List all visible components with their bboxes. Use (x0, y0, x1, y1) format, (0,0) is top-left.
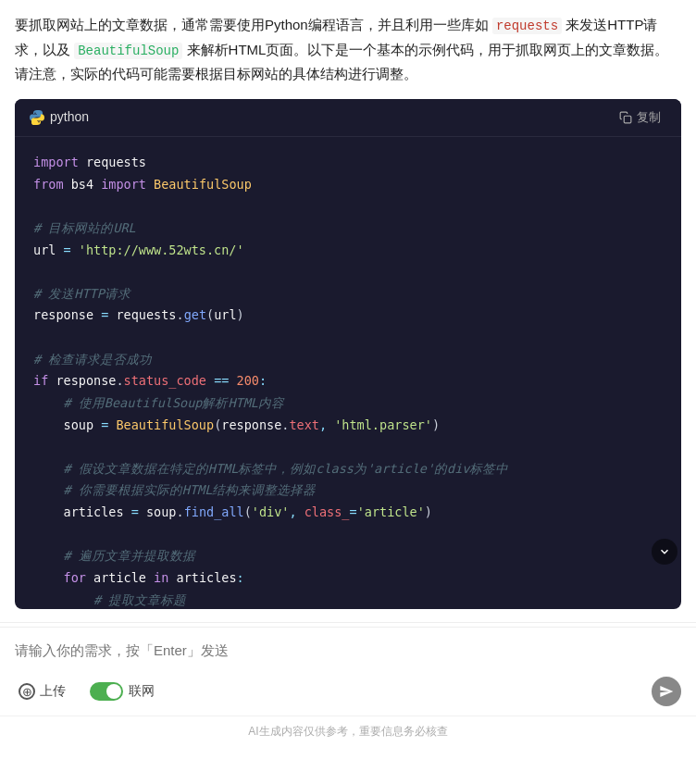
network-toggle-label[interactable]: 联网 (86, 677, 158, 706)
input-divider (0, 622, 696, 623)
chat-input[interactable] (15, 637, 681, 664)
network-label: 联网 (129, 680, 155, 703)
inline-code-bs4: BeautifulSoup (74, 43, 182, 59)
network-toggle-switch[interactable] (90, 682, 123, 701)
send-button[interactable] (652, 677, 681, 706)
upload-label: 上传 (40, 683, 66, 700)
upload-icon: ⊕ (19, 683, 35, 700)
code-body[interactable]: import requests from bs4 import Beautifu… (15, 137, 681, 609)
python-icon (30, 110, 44, 125)
copy-button[interactable]: 复制 (614, 107, 666, 128)
svg-rect-0 (624, 116, 631, 123)
toggle-slider (90, 682, 123, 701)
inline-code-requests: requests (492, 18, 562, 34)
footer: AI生成内容仅供参考，重要信息务必核查 (0, 716, 696, 750)
main-content: 要抓取网站上的文章数据，通常需要使用Python编程语言，并且利用一些库如 re… (0, 0, 696, 609)
footer-text: AI生成内容仅供参考，重要信息务必核查 (248, 725, 447, 738)
code-block-lang: python (30, 106, 89, 129)
page-wrapper: 要抓取网站上的文章数据，通常需要使用Python编程语言，并且利用一些库如 re… (0, 0, 696, 750)
bottom-toolbar: ⊕ 上传 联网 (0, 669, 696, 716)
input-area (0, 627, 696, 669)
code-block-header: python 复制 (15, 99, 681, 137)
intro-paragraph: 要抓取网站上的文章数据，通常需要使用Python编程语言，并且利用一些库如 re… (15, 13, 681, 86)
upload-button[interactable]: ⊕ 上传 (15, 679, 69, 703)
copy-label: 复制 (637, 109, 661, 126)
code-block-wrapper: python 复制 import requests from bs4 impor… (15, 99, 681, 609)
lang-label: python (50, 106, 89, 129)
